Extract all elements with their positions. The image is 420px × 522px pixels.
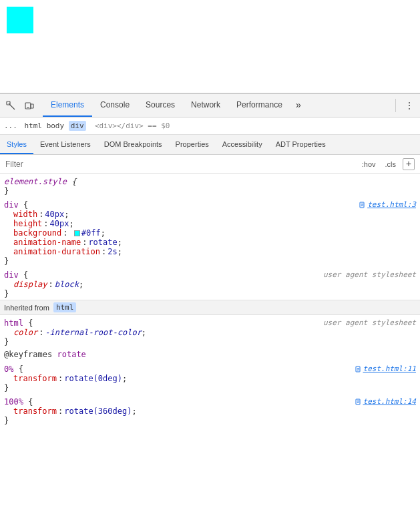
div-rule-close: } xyxy=(0,256,420,266)
user-agent-label: user agent stylesheet xyxy=(323,270,416,279)
inherited-section-divider: Inherited from html xyxy=(0,300,420,315)
breadcrumb-div[interactable]: div xyxy=(69,121,86,131)
animated-div xyxy=(7,7,33,33)
display-property: display: block; xyxy=(0,280,420,289)
color-property: color: -internal-root-color; xyxy=(0,328,420,337)
html-ua-rule-header: html { user agent stylesheet xyxy=(0,316,420,328)
keyframe-0pct-file-link[interactable]: test.html:11 xyxy=(355,364,416,373)
cls-badge[interactable]: .cls xyxy=(383,160,399,169)
html-ua-rule-close: } xyxy=(0,337,420,346)
svg-rect-3 xyxy=(31,104,33,108)
toolbar-divider xyxy=(395,99,396,112)
tab-elements[interactable]: Elements xyxy=(43,94,92,117)
background-property: background: #0ff; xyxy=(0,228,420,238)
div-rule-header: div { test.html:3 xyxy=(0,198,420,210)
inherited-label: Inherited from xyxy=(4,304,49,312)
color-swatch[interactable] xyxy=(74,230,80,236)
animation-name-property: animation-name: rotate; xyxy=(0,238,420,247)
keyframe-100pct-selector: 100% { xyxy=(4,397,33,407)
preview-area xyxy=(0,0,420,93)
height-property: height: 40px; xyxy=(0,219,420,228)
tab-performance[interactable]: Performance xyxy=(228,94,290,117)
html-selector: html { xyxy=(4,318,33,328)
div-rule-file-link[interactable]: test.html:3 xyxy=(359,200,416,209)
breadcrumb-body[interactable]: body xyxy=(47,121,65,130)
keyframe-0pct-header: 0% { test.html:11 xyxy=(0,362,420,374)
html-user-agent-label: user agent stylesheet xyxy=(323,318,416,327)
width-property: width: 40px; xyxy=(0,210,420,219)
tab-dom-breakpoints[interactable]: DOM Breakpoints xyxy=(97,135,169,154)
main-tab-bar: Elements Console Sources Network Perform… xyxy=(43,94,393,117)
div-ua-rule-header: div { user agent stylesheet xyxy=(0,268,420,280)
panel-tabs: Styles Event Listeners DOM Breakpoints P… xyxy=(0,135,420,155)
keyframe-100pct-close: } xyxy=(0,416,420,425)
element-style-selector: element.style { xyxy=(4,177,76,186)
tab-accessibility[interactable]: Accessibility xyxy=(216,135,269,154)
div-ua-selector: div { xyxy=(4,270,28,280)
dom-equals-text: <div></div> == $0 xyxy=(95,121,170,130)
tab-overflow-button[interactable]: » xyxy=(290,94,306,117)
filter-bar: :hov .cls + xyxy=(0,155,420,174)
tab-event-listeners[interactable]: Event Listeners xyxy=(33,135,97,154)
breadcrumb-ellipsis: ... xyxy=(4,121,17,130)
keyframes-header: @keyframes rotate xyxy=(0,348,420,361)
devtools-panel: Elements Console Sources Network Perform… xyxy=(0,93,420,522)
hov-badge[interactable]: :hov xyxy=(359,160,379,169)
transform-0pct-property: transform: rotate(0deg); xyxy=(0,374,420,383)
tab-sources[interactable]: Sources xyxy=(138,94,183,117)
css-content: element.style { } div { test.html:3 widt… xyxy=(0,174,420,522)
breadcrumb-html[interactable]: html xyxy=(25,121,43,130)
device-toggle-button[interactable] xyxy=(21,97,37,113)
tab-network[interactable]: Network xyxy=(183,94,228,117)
filter-input[interactable] xyxy=(5,160,359,169)
inspect-button[interactable] xyxy=(3,97,19,113)
filter-badges: :hov .cls + xyxy=(359,158,415,170)
div-ua-rule: div { user agent stylesheet display: blo… xyxy=(0,267,420,300)
tab-adt-properties[interactable]: ADT Properties xyxy=(269,135,333,154)
keyframe-0pct-rule: 0% { test.html:11 transform: rotate(0deg… xyxy=(0,361,420,394)
tab-styles[interactable]: Styles xyxy=(0,135,33,154)
div-ua-rule-close: } xyxy=(0,289,420,298)
more-options-button[interactable]: ⋮ xyxy=(401,97,417,113)
element-style-header: element.style { xyxy=(0,175,420,186)
toolbar-icons xyxy=(3,97,37,113)
keyframe-100pct-rule: 100% { test.html:14 transform: rotate(36… xyxy=(0,394,420,427)
element-style-rule: element.style { } xyxy=(0,174,420,197)
keyframe-0pct-selector: 0% { xyxy=(4,364,23,374)
add-style-button[interactable]: + xyxy=(403,158,415,170)
tab-console[interactable]: Console xyxy=(92,94,138,117)
keyframe-0pct-close: } xyxy=(0,383,420,393)
inherited-html-tag[interactable]: html xyxy=(53,302,77,312)
toolbar-right: ⋮ xyxy=(393,97,417,113)
breadcrumb: ... html body div <div></div> == $0 xyxy=(0,117,420,135)
animation-duration-property: animation-duration: 2s; xyxy=(0,247,420,256)
tab-properties[interactable]: Properties xyxy=(169,135,216,154)
html-ua-rule: html { user agent stylesheet color: -int… xyxy=(0,315,420,348)
keyframe-100pct-header: 100% { test.html:14 xyxy=(0,395,420,407)
transform-100pct-property: transform: rotate(360deg); xyxy=(0,407,420,416)
devtools-toolbar: Elements Console Sources Network Perform… xyxy=(0,94,420,117)
element-style-close: } xyxy=(0,186,420,196)
keyframe-100pct-file-link[interactable]: test.html:14 xyxy=(355,397,416,406)
svg-line-1 xyxy=(9,103,15,109)
div-rule: div { test.html:3 width: 40px; height: 4… xyxy=(0,197,420,267)
div-selector: div { xyxy=(4,200,28,210)
